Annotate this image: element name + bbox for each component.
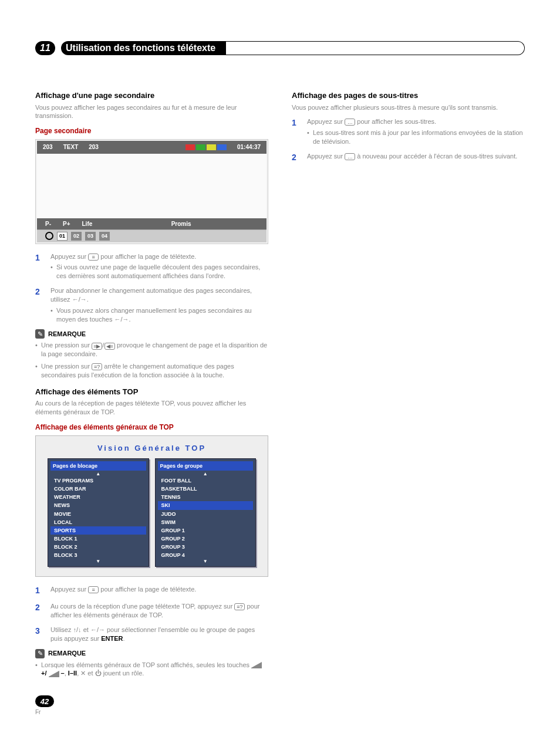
list-item: BLOCK 2 — [50, 543, 146, 551]
chapter-title: Utilisation des fonctions télétexte — [61, 41, 226, 55]
up-arrow-icon: ▲ — [50, 472, 146, 476]
section-title-secondary-page: Affichage d'une page secondaire — [35, 90, 268, 101]
list-item: BLOCK 1 — [50, 535, 146, 543]
cycle-icon — [45, 232, 53, 240]
list-item: GROUP 1 — [158, 526, 254, 535]
note-list: Une pression sur ≡▶/◀≡ provoque le chang… — [35, 341, 268, 379]
step-text: Au cours de la réception d'une page télé… — [50, 603, 234, 610]
steps-secondary-page: 1 Appuyez sur ≡ pour afficher la page de… — [35, 252, 268, 324]
teletext-footer-labels: P- P+ Life Promis — [37, 218, 266, 230]
step-number: 1 — [292, 117, 300, 146]
section-intro: Vous pouvez afficher plusieurs sous-titr… — [292, 103, 525, 112]
step-3: 3 Utilisez ↑/↓ et ←/→ pour sélectionner … — [35, 626, 268, 643]
down-arrow-icon: ↓ — [78, 626, 82, 633]
note-label: REMARQUE — [48, 330, 86, 339]
right-arrow-icon: → — [99, 626, 105, 633]
list-item: NEWS — [50, 501, 146, 509]
label-p-plus: P+ — [63, 220, 70, 228]
teletext-mode: TEXT — [63, 143, 79, 151]
step-1: 1 Appuyez sur ≡ pour afficher la page de… — [35, 252, 268, 281]
volume-icon — [49, 671, 59, 677]
volume-icon — [251, 663, 262, 668]
subtitle-icon: … — [345, 153, 355, 160]
list-item: WEATHER — [50, 493, 146, 501]
section-title-top: Affichage des éléments TOP — [35, 387, 268, 397]
enter-label: ENTER — [101, 635, 123, 642]
note-text: Lorsque les éléments généraux de TOP son… — [41, 661, 251, 668]
label-life: Life — [82, 220, 93, 228]
step-number: 3 — [35, 626, 43, 643]
note-icon: ✎ — [35, 649, 45, 658]
plus-label: +/ — [41, 670, 46, 677]
step-text: pour afficher les sous-titres. — [357, 118, 436, 125]
teletext-icon: ≡ — [88, 254, 99, 261]
step-2: 2 Au cours de la réception d'une page té… — [35, 602, 268, 620]
section-intro: Vous pouvez afficher les pages secondair… — [35, 103, 268, 121]
note-text: Une pression sur — [41, 363, 92, 370]
mute-icon: ✕ — [80, 670, 86, 677]
step-1: 1 Appuyez sur ≡ pour afficher la page de… — [35, 585, 268, 596]
list-item: BASKETBALL — [158, 485, 254, 493]
subpage-03: 03 — [85, 232, 96, 240]
chapter-header: 11 Utilisation des fonctions télétexte — [35, 41, 525, 55]
note-item: Une pression sur ≡? arrête le changement… — [35, 362, 268, 380]
step-sub: Vous pouvez alors changer manuellement l… — [50, 306, 268, 324]
note-list: Lorsque les éléments généraux de TOP son… — [35, 661, 268, 678]
step-text: . — [87, 296, 89, 303]
subpage-prev-icon: ◀≡ — [104, 343, 115, 350]
note-text: jouent un rôle. — [103, 670, 144, 677]
subtitle-icon: … — [345, 119, 355, 126]
left-column: Affichage d'une page secondaire Vous pou… — [35, 90, 268, 717]
panel-head: Pages de blocage — [50, 461, 146, 471]
step-number: 2 — [35, 286, 43, 323]
page-language: Fr — [35, 708, 41, 717]
down-arrow-icon: ▼ — [158, 559, 254, 564]
steps-top: 1 Appuyez sur ≡ pour afficher la page de… — [35, 585, 268, 643]
step-text: pour sélectionner l'ensemble ou le group… — [50, 626, 255, 642]
audio-mode-label: I–II — [68, 670, 77, 677]
red-key — [185, 144, 195, 150]
page-number: 42 — [35, 695, 54, 707]
list-item: BLOCK 3 — [50, 551, 146, 559]
blue-key — [217, 144, 227, 150]
list-item: GROUP 4 — [158, 551, 254, 559]
list-item: TENNIS — [158, 493, 254, 501]
section-title-subtitles: Affichage des pages de sous-titres — [292, 90, 525, 101]
list-item-selected: SKI — [158, 501, 254, 509]
list-item: SWIM — [158, 518, 254, 526]
teletext-color-keys — [185, 144, 227, 150]
down-arrow-icon: ▼ — [50, 559, 146, 564]
note-item: Lorsque les éléments généraux de TOP son… — [35, 661, 268, 678]
step-sub: Si vous ouvrez une page de laquelle déco… — [50, 263, 268, 280]
note-header: ✎ REMARQUE — [35, 329, 268, 339]
step-sub: Les sous-titres sont mis à jour par les … — [307, 129, 525, 146]
panel-group-pages: Pages de groupe ▲ FOOT BALL BASKETBALL T… — [155, 458, 257, 567]
steps-subtitles: 1 Appuyez sur … pour afficher les sous-t… — [292, 117, 525, 163]
subpage-01: 01 — [57, 232, 68, 240]
subpage-next-icon: ≡▶ — [92, 343, 102, 350]
list-item: JUDO — [158, 510, 254, 518]
list-item: MOVIE — [50, 510, 146, 518]
list-item: FOOT BALL — [158, 476, 254, 485]
subsection-title-page-secondaire: Page secondaire — [35, 126, 268, 136]
up-arrow-icon: ▲ — [158, 472, 254, 476]
left-arrow-icon: ← — [114, 316, 120, 323]
step-text: Appuyez sur — [307, 153, 345, 160]
list-item: COLOR BAR — [50, 485, 146, 493]
list-item-selected: SPORTS — [50, 526, 146, 535]
top-overview-box: Vision Générale TOP Pages de blocage ▲ T… — [35, 435, 268, 577]
step-text: à nouveau pour accéder à l'écran de sous… — [357, 153, 517, 160]
up-arrow-icon: ↑ — [73, 626, 77, 633]
step-text: Appuyez sur — [50, 586, 88, 593]
index-icon: ≡? — [234, 603, 245, 610]
note-icon: ✎ — [35, 329, 45, 339]
chapter-rule — [221, 41, 525, 55]
right-column: Affichage des pages de sous-titres Vous … — [292, 90, 525, 717]
teletext-page-num-2: 203 — [89, 143, 99, 151]
label-promis: Promis — [171, 220, 191, 228]
right-arrow-icon: → — [123, 316, 129, 323]
note-header: ✎ REMARQUE — [35, 649, 268, 658]
panel-head: Pages de groupe — [158, 461, 254, 471]
teletext-page-num: 203 — [43, 143, 53, 151]
subpage-04: 04 — [99, 232, 110, 240]
